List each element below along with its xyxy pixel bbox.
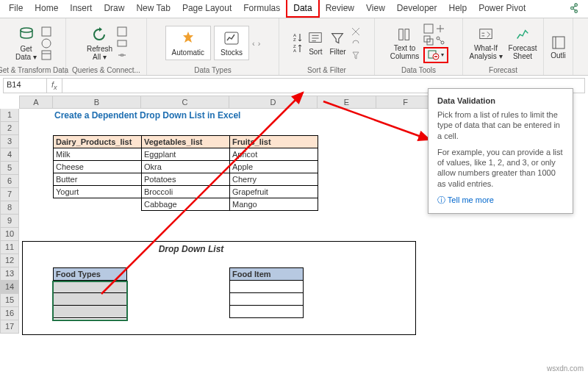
sort-za-icon[interactable]: ZA [293,43,303,54]
cell-b16[interactable] [54,306,127,318]
svg-point-0 [21,28,32,32]
edit-links-icon[interactable] [117,50,127,60]
get-data-button[interactable]: Get Data ▾ [14,24,38,62]
cell-d16[interactable] [230,306,304,318]
tab-newtab[interactable]: New Tab [130,0,176,18]
from-web-icon[interactable] [41,38,51,48]
svg-rect-14 [405,29,409,40]
chevron-down-icon: ▾ [441,51,444,58]
col-b[interactable]: B [53,96,141,109]
remove-dup-icon[interactable] [423,35,434,46]
cell-d14[interactable] [230,281,304,293]
row-5[interactable]: 5 [0,162,19,175]
row-2[interactable]: 2 [0,122,19,135]
tab-review[interactable]: Review [320,0,360,18]
properties-icon[interactable] [117,38,127,48]
sort-button[interactable]: Sort [306,29,325,57]
group-datatools: Text to Columns ▾ Data Tools [375,18,463,75]
flash-fill-icon[interactable] [423,24,434,34]
tab-insert[interactable]: Insert [64,0,98,18]
consolidate-icon[interactable] [435,24,445,34]
row-16[interactable]: 16 [0,307,19,320]
tooltip-p2: For example, you can provide a list of v… [437,147,564,189]
data-table[interactable]: Dairy_Products_listVegetables_listFruits… [53,135,318,211]
advanced-icon[interactable] [351,50,361,60]
row-9[interactable]: 9 [0,215,19,228]
automatic-button[interactable]: Automatic [165,26,211,60]
tab-home[interactable]: Home [29,0,64,18]
cell-d15[interactable] [230,293,304,306]
svg-rect-1 [42,27,51,36]
col-d[interactable]: D [229,96,318,109]
relationships-icon[interactable] [435,35,445,46]
cell-b14[interactable] [54,281,127,293]
row-15[interactable]: 15 [0,294,19,307]
col-e[interactable]: E [318,96,376,109]
help-icon: ⓘ [437,195,445,204]
tab-formulas[interactable]: Formulas [237,0,286,18]
row-4[interactable]: 4 [0,148,19,162]
row-14[interactable]: 14 [0,281,19,294]
th-fooditem: Food Item [230,268,304,281]
tab-file[interactable]: File [3,0,29,18]
row-10[interactable]: 10 [0,228,19,241]
row-8[interactable]: 8 [0,201,19,215]
row-1[interactable]: 1 [0,109,19,122]
row-6[interactable]: 6 [0,175,19,188]
stocks-button[interactable]: Stocks [214,26,249,60]
tell-me-more-link[interactable]: ⓘ Tell me more [437,195,494,204]
whatif-button[interactable]: What-If Analysis ▾ [468,25,504,62]
svg-point-2 [42,39,51,48]
tooltip-title: Data Validation [437,96,564,105]
dropdown-section-title: Drop Down List [132,244,250,254]
share-icon[interactable] [563,0,585,18]
tab-developer[interactable]: Developer [391,0,443,18]
svg-rect-24 [553,37,564,48]
row-17[interactable]: 17 [0,320,19,334]
col-a[interactable]: A [19,96,53,109]
th-foodtypes: Food Types [54,268,127,281]
svg-rect-13 [398,29,403,40]
refresh-all-button[interactable]: Refresh All ▾ [85,24,114,62]
text-to-columns-button[interactable]: Text to Columns [389,25,420,62]
tab-data[interactable]: Data [286,0,319,18]
tab-help[interactable]: Help [443,0,473,18]
col-c[interactable]: C [141,96,229,109]
group-sortfilter: AZ ZA Sort Filter Sort & Filter [279,18,375,75]
chevron-right-icon[interactable]: › [258,39,261,48]
food-types-table[interactable]: Food Types [53,267,127,318]
tab-draw[interactable]: Draw [98,0,130,18]
tab-pagelayout[interactable]: Page Layout [176,0,237,18]
queries-icon[interactable] [117,26,127,37]
clear-icon[interactable] [351,26,361,37]
from-text-icon[interactable] [41,26,51,37]
from-table-icon[interactable] [41,50,51,60]
filter-button[interactable]: Filter [328,29,347,57]
row-12[interactable]: 12 [0,254,19,267]
tab-powerpivot[interactable]: Power Pivot [473,0,531,18]
svg-rect-5 [118,27,126,36]
chevron-left-icon[interactable]: ‹ [252,39,255,48]
forecast-sheet-button[interactable]: Forecast Sheet [507,25,539,62]
data-validation-button[interactable]: ▾ [423,47,448,63]
row-headers: 1 2 3 4 5 6 7 8 9 10 11 12 13 14 15 16 1… [0,109,19,334]
svg-text:A: A [293,48,296,53]
outline-button[interactable]: Outli [549,34,567,61]
page-title: Create a Dependent Drop Down List in Exc… [54,110,240,121]
group-outline: Outli [544,18,573,75]
row-11[interactable]: 11 [0,241,19,254]
food-item-table[interactable]: Food Item [229,267,304,318]
svg-line-20 [439,39,442,42]
row-13[interactable]: 13 [0,267,19,281]
reapply-icon[interactable] [351,38,361,48]
name-box[interactable]: B14 [3,78,47,93]
cell-b15[interactable] [54,293,127,306]
group-queries: Refresh All ▾ Queries & Connect... [66,18,147,75]
svg-rect-6 [118,40,126,46]
sort-az-icon[interactable]: AZ [293,32,303,43]
row-7[interactable]: 7 [0,188,19,201]
fx-icon[interactable]: fx [47,78,62,93]
tab-view[interactable]: View [360,0,391,18]
row-3[interactable]: 3 [0,135,19,148]
col-f[interactable]: F [376,96,435,109]
